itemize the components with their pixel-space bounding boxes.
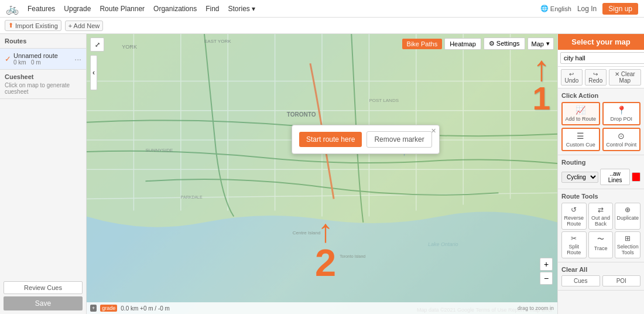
drag-hint: drag to zoom in	[518, 305, 554, 311]
action-add-to-route[interactable]: 📈 Add to Route	[561, 102, 600, 125]
routing-title: Routing	[561, 159, 640, 166]
nav-organizations[interactable]: Organizations	[153, 5, 197, 13]
import-existing-button[interactable]: ⬆ Import Existing	[5, 20, 61, 31]
start-route-button[interactable]: Start route here	[299, 132, 362, 147]
svg-text:SUNNYSIDE: SUNNYSIDE	[146, 148, 173, 153]
map-popup: ✕ Start route here Remove marker	[292, 125, 440, 154]
logo: 🚲	[6, 2, 19, 15]
selection-icon: ⊞	[625, 234, 631, 243]
map-fullscreen-button[interactable]: ⤢	[90, 37, 104, 52]
click-action-grid: 📈 Add to Route 📍 Drop POI ☰ Custom Cue ⊙…	[561, 102, 640, 151]
split-icon: ✂	[571, 234, 577, 243]
click-action-section: Click Action 📈 Add to Route 📍 Drop POI ☰…	[558, 88, 644, 155]
routing-section: Routing Cycling ..aw Lines	[558, 155, 644, 189]
svg-text:POST LANDS: POST LANDS	[369, 98, 399, 103]
map-collapse-button[interactable]: ‹	[90, 55, 97, 90]
tutorial-arrow-2: ↑ 2	[315, 218, 336, 282]
map-area[interactable]: YORK EAST YORK TORONTO POST LANDS SUNNYS…	[87, 34, 557, 314]
trace-button[interactable]: 〜 Trace	[588, 231, 614, 258]
reverse-route-button[interactable]: ↺ Reverse Route	[561, 203, 587, 230]
duplicate-button[interactable]: ⊕ Duplicate	[615, 203, 640, 230]
clear-map-button[interactable]: ✕ Clear Map	[609, 69, 641, 86]
nav-signup-button[interactable]: Sign up	[602, 3, 638, 15]
reverse-icon: ↺	[571, 206, 577, 214]
search-row: Go	[558, 50, 644, 67]
grade-badge: grade	[100, 305, 117, 312]
route-tools-grid: ↺ Reverse Route ⇄ Out and Back ⊕ Duplica…	[561, 203, 640, 258]
redo-button[interactable]: ↪ Redo	[585, 69, 607, 86]
cuesheet-hint: Click on map to generate cuesheet	[5, 82, 81, 95]
bike-paths-button[interactable]: Bike Paths	[402, 39, 443, 49]
remove-marker-button[interactable]: Remove marker	[366, 131, 431, 148]
main-toolbar: ⬆ Import Existing + Add New	[0, 18, 644, 34]
route-meta: 0 km 0 m	[13, 59, 72, 66]
svg-text:YORK: YORK	[122, 44, 137, 50]
save-button[interactable]: Save	[4, 296, 83, 310]
zoom-out-button[interactable]: −	[540, 272, 553, 285]
draw-lines-button[interactable]: ..aw Lines	[600, 169, 630, 185]
undo-button[interactable]: ↩ Undo	[561, 69, 583, 86]
svg-text:Lake Ontario: Lake Ontario	[428, 241, 458, 247]
nav-upgrade[interactable]: Upgrade	[64, 5, 91, 13]
review-cues-button[interactable]: Review Cues	[4, 281, 83, 294]
split-route-button[interactable]: ✂ Split Route	[561, 231, 587, 258]
map-type-select[interactable]: Map ▾	[527, 37, 554, 50]
route-item[interactable]: ✓ Unnamed route 0 km 0 m ···	[0, 49, 86, 70]
main-layout: Routes ✓ Unnamed route 0 km 0 m ··· Cues…	[0, 34, 644, 314]
tutorial-arrow-1: ↑ 1	[532, 54, 550, 115]
chart-icon: 📈	[576, 105, 585, 115]
zoom-controls: + −	[540, 258, 553, 285]
left-panel: Routes ✓ Unnamed route 0 km 0 m ··· Cues…	[0, 34, 87, 314]
action-control-point[interactable]: ⊙ Control Point	[602, 128, 641, 151]
click-action-title: Click Action	[561, 92, 640, 99]
zoom-in-button[interactable]: +	[540, 258, 553, 271]
route-color-picker[interactable]	[632, 172, 640, 182]
status-distance: 0.0 km +0 m / -0 m	[121, 305, 170, 312]
settings-button[interactable]: ⚙ Settings	[484, 37, 525, 50]
out-and-back-button[interactable]: ⇄ Out and Back	[588, 203, 614, 230]
route-options-icon[interactable]: ···	[74, 54, 81, 64]
route-checkmark: ✓	[5, 54, 11, 63]
circle-icon: ⊙	[618, 131, 625, 141]
search-input[interactable]	[560, 52, 644, 64]
status-mode-badge: +	[90, 305, 97, 312]
nav-language[interactable]: 🌐 English	[540, 5, 571, 12]
nav-route-planner[interactable]: Route Planner	[100, 5, 145, 13]
nav-stories[interactable]: Stories ▾	[228, 5, 256, 13]
clear-buttons-row: Cues POI	[561, 275, 640, 286]
svg-text:PARKDALE: PARKDALE	[181, 195, 203, 199]
trace-icon: 〜	[597, 234, 604, 244]
selection-tools-button[interactable]: ⊞ Selection Tools	[615, 231, 640, 258]
cuesheet-section: Cuesheet Click on map to generate cueshe…	[0, 70, 86, 99]
clear-all-section: Clear All Cues POI	[558, 262, 644, 291]
out-back-icon: ⇄	[598, 206, 604, 214]
map-status-bar: + grade 0.0 km +0 m / -0 m drag to zoom …	[87, 302, 557, 314]
import-icon: ⬆	[8, 22, 13, 29]
map-top-right-controls: Bike Paths Heatmap ⚙ Settings Map ▾	[402, 37, 554, 50]
clear-cues-button[interactable]: Cues	[561, 275, 600, 286]
map-top-left-buttons: ⤢ ‹	[90, 37, 104, 52]
heatmap-button[interactable]: Heatmap	[444, 38, 481, 50]
routes-header: Routes	[0, 34, 86, 49]
action-custom-cue[interactable]: ☰ Custom Cue	[561, 128, 600, 151]
svg-text:EAST YORK: EAST YORK	[204, 39, 231, 44]
duplicate-icon: ⊕	[625, 206, 631, 214]
routing-select[interactable]: Cycling	[561, 172, 598, 183]
cuesheet-title: Cuesheet	[5, 73, 81, 80]
route-tools-title: Route Tools	[561, 193, 640, 200]
popup-close-button[interactable]: ✕	[431, 127, 436, 135]
nav-right: 🌐 English Log In Sign up	[540, 3, 638, 15]
right-panel-toolbar: ↩ Undo ↪ Redo ✕ Clear Map	[558, 67, 644, 88]
nav-find[interactable]: Find	[205, 5, 219, 13]
nav-items: Features Upgrade Route Planner Organizat…	[28, 5, 255, 13]
nav-features[interactable]: Features	[28, 5, 55, 13]
svg-text:Toronto Island: Toronto Island	[340, 254, 365, 258]
route-name: Unnamed route	[13, 52, 72, 59]
routing-row: Cycling ..aw Lines	[561, 169, 640, 185]
clear-poi-button[interactable]: POI	[602, 275, 641, 286]
nav-login[interactable]: Log In	[577, 5, 597, 13]
add-new-button[interactable]: + Add New	[65, 21, 104, 31]
list-icon: ☰	[577, 131, 584, 141]
action-drop-poi[interactable]: 📍 Drop POI	[602, 102, 641, 125]
left-bottom: Review Cues Save	[0, 278, 86, 314]
